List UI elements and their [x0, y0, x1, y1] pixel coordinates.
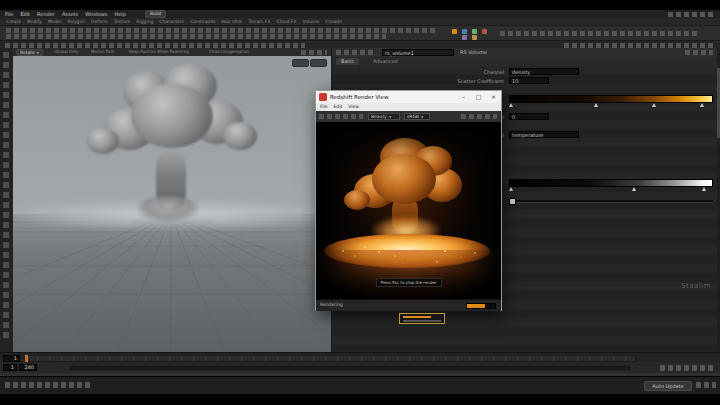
- ramp-marker[interactable]: [700, 103, 704, 107]
- shelf-tab-bar: Create Modify Model Polygon Deform Textu…: [0, 18, 720, 26]
- shelf-tool-icons-right[interactable]: [500, 31, 700, 36]
- rv-menu-file[interactable]: File: [320, 103, 328, 111]
- shelf-tab-polygon[interactable]: Polygon: [67, 18, 85, 25]
- vignette-overlay: [316, 122, 501, 299]
- node-name-field[interactable]: rs_volume1: [382, 49, 454, 56]
- option-global-only[interactable]: Global Only: [55, 48, 78, 56]
- shelf-tab-terrain-fx[interactable]: Terrain FX: [248, 18, 270, 25]
- range-slider[interactable]: [70, 366, 630, 370]
- shelf-tab-deform[interactable]: Deform: [91, 18, 108, 25]
- menu-file[interactable]: File: [5, 10, 13, 18]
- shelf-tab-constraints[interactable]: Constraints: [190, 18, 216, 25]
- ramp-marker[interactable]: [509, 103, 513, 107]
- transform-mode-dropdown[interactable]: Rotate: [16, 49, 43, 56]
- emission-color-ramp[interactable]: [509, 95, 713, 103]
- menu-windows[interactable]: Windows: [85, 10, 107, 18]
- playhead[interactable]: [25, 355, 28, 362]
- render-hint-text: Press Esc to stop the render: [375, 278, 441, 287]
- playbar-option-icons[interactable]: [660, 365, 714, 371]
- option-child-compensation[interactable]: Child Compensation: [209, 48, 249, 56]
- ramp-marker[interactable]: [652, 103, 656, 107]
- parameter-header-icons[interactable]: [336, 50, 376, 55]
- render-view-menubar: File Edit View: [316, 103, 501, 111]
- status-bar-right-icons[interactable]: [696, 382, 716, 388]
- timeline-track[interactable]: [24, 355, 636, 362]
- ramp-marker[interactable]: [632, 187, 636, 191]
- maximize-button[interactable]: [471, 91, 486, 103]
- viewport-camera-button[interactable]: [292, 59, 309, 67]
- main-toolbar-icons-right[interactable]: [564, 43, 714, 48]
- menu-help[interactable]: Help: [114, 10, 125, 18]
- shelf-tab-hair-utils[interactable]: Hair Utils: [222, 18, 243, 25]
- menu-bar: File Edit Render Assets Windows Help Bui…: [0, 10, 720, 18]
- rv-menu-view[interactable]: View: [348, 103, 359, 111]
- ramp-marker[interactable]: [509, 187, 513, 191]
- menu-edit[interactable]: Edit: [20, 10, 30, 18]
- desktop-tab[interactable]: Build: [145, 10, 166, 18]
- playbar-range-row: 1 240: [0, 362, 720, 373]
- watermark-text: Staalim: [681, 282, 711, 290]
- option-motion-path[interactable]: Motion Path: [91, 48, 115, 56]
- render-view-tool-icons[interactable]: [319, 114, 363, 119]
- render-view-right-icons[interactable]: [461, 114, 497, 119]
- popup-progress-orange: [403, 316, 431, 318]
- shelf-tab-characters[interactable]: Characters: [159, 18, 184, 25]
- param-slider-handle[interactable]: [509, 198, 516, 205]
- aov-dropdown[interactable]: Beauty: [368, 113, 400, 120]
- ramp-marker[interactable]: [594, 103, 598, 107]
- param-label: Scatter Coefficient: [336, 77, 504, 86]
- shelf-tab-crowds[interactable]: Crowds: [325, 18, 342, 25]
- auto-update-button[interactable]: Auto Update: [644, 381, 692, 391]
- status-bar-icons[interactable]: [5, 382, 91, 388]
- smoke-puff: [87, 128, 119, 154]
- range-end-field[interactable]: 240: [19, 364, 37, 371]
- param-value-field[interactable]: 10: [509, 77, 549, 84]
- tab-advanced[interactable]: Advanced: [368, 58, 403, 65]
- viewport-option-icons[interactable]: [301, 50, 327, 55]
- scatter-color-ramp[interactable]: [509, 179, 713, 187]
- window-title: Redshift Render View: [330, 91, 388, 103]
- close-button[interactable]: [486, 91, 501, 103]
- param-value-field[interactable]: 0: [509, 113, 549, 120]
- viewport-tool-icons[interactable]: [3, 52, 9, 342]
- smoke-puff: [131, 84, 213, 148]
- menubar-icons[interactable]: [668, 12, 714, 17]
- display-mode-dropdown[interactable]: sRGB: [404, 113, 430, 120]
- rv-menu-edit[interactable]: Edit: [334, 103, 343, 111]
- render-status-label: Rendering: [320, 300, 343, 310]
- minimize-button[interactable]: [456, 91, 471, 103]
- shelf-tab-modify[interactable]: Modify: [27, 18, 42, 25]
- param-value-field[interactable]: density: [509, 68, 579, 75]
- tab-basic[interactable]: Basic: [336, 58, 359, 65]
- param-label: Channel: [336, 68, 504, 77]
- option-keep-position[interactable]: Keep Position When Parenting: [129, 48, 189, 56]
- shelf-tool-icons-row2[interactable]: [6, 34, 386, 39]
- menu-render[interactable]: Render: [37, 10, 55, 18]
- shelf-tool-icons-row1[interactable]: [6, 28, 436, 33]
- viewport-tool-strip: [0, 48, 14, 352]
- render-view-titlebar[interactable]: Redshift Render View: [316, 91, 501, 103]
- render-image[interactable]: Press Esc to stop the render: [316, 122, 501, 299]
- main-toolbar-icons-left[interactable]: [5, 43, 305, 48]
- ramp-marker[interactable]: [702, 187, 706, 191]
- shelf-tab-create[interactable]: Create: [6, 18, 21, 25]
- smoke-base-flare: [137, 196, 199, 222]
- range-start-field[interactable]: 1: [3, 364, 17, 371]
- shelf-tab-texture[interactable]: Texture: [114, 18, 130, 25]
- node-type-label: RS Volume: [460, 48, 487, 57]
- viewport-display-button[interactable]: [310, 59, 327, 67]
- scene-viewport[interactable]: [13, 56, 331, 352]
- render-progress-popup: [399, 313, 445, 324]
- shelf-color-tool-icons[interactable]: [452, 29, 457, 34]
- screen: File Edit Render Assets Windows Help Bui…: [0, 0, 720, 405]
- shelf-tab-model[interactable]: Model: [48, 18, 62, 25]
- status-bar: Auto Update: [0, 376, 720, 394]
- current-frame-field[interactable]: 1: [3, 355, 20, 362]
- shelf-tab-rigging[interactable]: Rigging: [136, 18, 153, 25]
- menu-assets[interactable]: Assets: [62, 10, 78, 18]
- shelf-tab-volume[interactable]: Volume: [303, 18, 320, 25]
- shelf-tab-cloud-fx[interactable]: Cloud FX: [277, 18, 297, 25]
- param-value-field[interactable]: temperature: [509, 131, 579, 138]
- parameter-header-right-icons[interactable]: [685, 50, 713, 55]
- param-slider-track[interactable]: [509, 200, 713, 203]
